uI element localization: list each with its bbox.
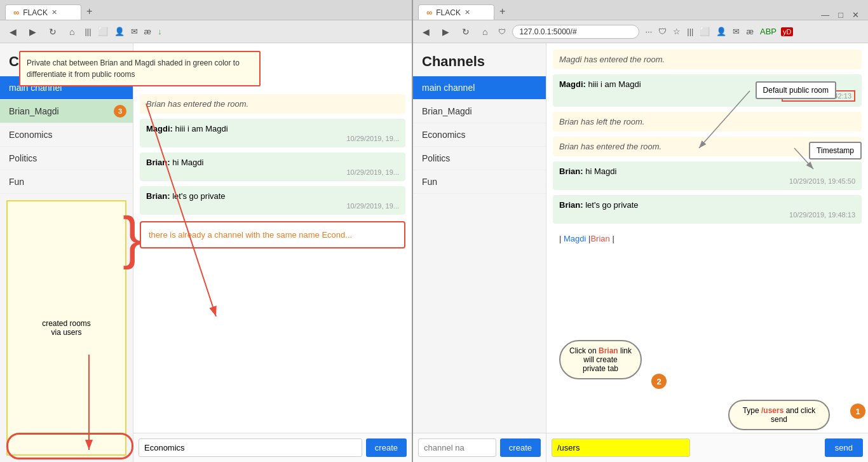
left-msg-4: Brian: let's go private 10/29/2019, 19..… — [140, 186, 405, 215]
right-tab-close[interactable]: ✕ — [465, 8, 470, 17]
right-tab-bar: ∞ FLACK ✕ + — □ ✕ — [413, 0, 868, 20]
left-browser-tab[interactable]: ∞ FLACK ✕ — [5, 4, 81, 20]
mail-icon: ✉ — [129, 27, 140, 36]
annotation-private-chat: Private chat between Brian and Magdi sha… — [19, 51, 261, 86]
r-yd-icon: yD — [781, 27, 793, 36]
right-app-content: Channels main channel Brian_Magdi Econom… — [413, 43, 868, 462]
left-forward-btn[interactable]: ▶ — [25, 25, 41, 39]
left-toolbar: ◀ ▶ ↻ ⌂ ||| ⬜ 👤 ✉ æ ↓ — [0, 20, 412, 43]
right-msg-6: Brian: let's go private 10/29/2019, 19:4… — [553, 195, 862, 224]
window-controls: — □ ✕ — [817, 10, 863, 20]
r-account-icon: 👤 — [714, 27, 728, 36]
win-min[interactable]: — — [817, 10, 833, 20]
left-channel-name-input[interactable] — [139, 438, 362, 457]
right-create-btn[interactable]: create — [500, 438, 541, 457]
ext-icon: æ — [142, 27, 154, 36]
r-addon-icon: ABP — [758, 27, 778, 36]
bookmarks-icon: ||| — [83, 27, 93, 36]
right-tab-title: FLACK — [436, 8, 461, 17]
right-browser: ∞ FLACK ✕ + — □ ✕ ◀ ▶ ↻ ⌂ 🛡 ··· 🛡 ☆ ||| — [413, 0, 868, 462]
win-max[interactable]: □ — [834, 10, 847, 20]
brian-magdi-badge: 3 — [114, 105, 126, 118]
flack-icon-right: ∞ — [426, 8, 432, 17]
left-channel-economics[interactable]: Economics — [0, 123, 133, 147]
r-star-icon: ☆ — [671, 27, 682, 36]
curly-brace: } — [123, 205, 142, 271]
right-chat-input-bar: send — [546, 433, 868, 462]
left-sidebar: Channels main channel Brian_Magdi 3 Econ… — [0, 43, 133, 462]
left-msg-3: Brian: hi Magdi 10/29/2019, 19... — [140, 153, 405, 181]
right-chat-area: Default public room Timestamp Click on B… — [546, 43, 868, 462]
right-home-btn[interactable]: ⌂ — [478, 25, 492, 39]
right-channel-name-input[interactable] — [418, 438, 496, 457]
right-forward-btn[interactable]: ▶ — [438, 25, 454, 39]
left-new-tab-btn[interactable]: + — [81, 3, 97, 20]
r-more-icon: ··· — [643, 27, 654, 36]
right-new-tab-btn[interactable]: + — [494, 3, 510, 20]
r-shield-icon: 🛡 — [656, 27, 668, 36]
left-channel-fun[interactable]: Fun — [0, 170, 133, 194]
right-refresh-btn[interactable]: ↻ — [458, 25, 474, 39]
right-channel-economics[interactable]: Economics — [413, 123, 546, 147]
magdi-link[interactable]: Magdi — [564, 234, 586, 243]
left-app-panel: Private chat between Brian and Magdi sha… — [0, 43, 412, 462]
right-input-bar: create — [413, 433, 546, 462]
r-mail-icon: ✉ — [731, 27, 742, 36]
left-tab-title: FLACK — [23, 8, 48, 17]
left-back-btn[interactable]: ◀ — [5, 25, 21, 39]
send-btn[interactable]: send — [825, 438, 863, 457]
right-back-btn[interactable]: ◀ — [418, 25, 434, 39]
tabs-icon: ⬜ — [96, 27, 110, 36]
left-chat-area: Brian has entered the room. Magdi: hiii … — [133, 43, 412, 462]
right-msg-5: Brian: hi Magdi 10/29/2019, 19:45:50 — [553, 161, 862, 190]
left-browser: ∞ FLACK ✕ + ◀ ▶ ↻ ⌂ ||| ⬜ 👤 ✉ æ ↓ — [0, 0, 413, 462]
left-home-btn[interactable]: ⌂ — [65, 25, 79, 39]
annotation-created-rooms: created rooms via users — [6, 200, 126, 456]
left-toolbar-icons: ||| ⬜ 👤 ✉ æ ↓ — [83, 27, 163, 36]
left-tab-close[interactable]: ✕ — [51, 8, 57, 17]
left-channel-politics[interactable]: Politics — [0, 147, 133, 170]
win-close[interactable]: ✕ — [848, 10, 863, 20]
annotation-brian-link: Click on Brian linkwill createprivate ta… — [559, 340, 642, 379]
account-icon: 👤 — [112, 27, 126, 36]
left-msg-error: there is already a channel with the same… — [140, 221, 405, 248]
right-toolbar: ◀ ▶ ↻ ⌂ 🛡 ··· 🛡 ☆ ||| ⬜ 👤 ✉ æ ABP yD — [413, 20, 868, 43]
flack-icon-left: ∞ — [13, 8, 19, 17]
download-icon: ↓ — [156, 27, 164, 36]
right-browser-tab[interactable]: ∞ FLACK ✕ — [418, 4, 494, 20]
right-url-bar[interactable] — [512, 25, 639, 39]
r-ext-icon: æ — [744, 27, 756, 36]
annotation-users: Type /users and clicksend — [728, 400, 830, 430]
badge-1: 1 — [850, 404, 865, 419]
users-command-input[interactable] — [552, 438, 690, 457]
left-input-bar: create — [133, 433, 412, 462]
right-channel-politics[interactable]: Politics — [413, 147, 546, 170]
left-refresh-btn[interactable]: ↻ — [44, 25, 61, 39]
left-create-btn[interactable]: create — [366, 438, 407, 457]
left-msg-1: Brian has entered the room. — [140, 94, 405, 114]
right-toolbar-icons: ··· 🛡 ☆ ||| ⬜ 👤 ✉ æ ABP yD — [643, 27, 793, 36]
left-messages: Brian has entered the room. Magdi: hiii … — [133, 43, 412, 433]
annotation-default-room: Default public room — [756, 81, 836, 99]
right-channel-main[interactable]: main channel — [413, 76, 546, 100]
right-sidebar: Channels main channel Brian_Magdi Econom… — [413, 43, 546, 462]
annotation-timestamp: Timestamp — [809, 142, 862, 160]
right-channel-fun[interactable]: Fun — [413, 170, 546, 194]
left-channel-brian-magdi[interactable]: Brian_Magdi 3 — [0, 100, 133, 123]
right-channel-brian-magdi[interactable]: Brian_Magdi — [413, 100, 546, 123]
r-bookmarks-icon: ||| — [685, 27, 695, 36]
left-tab-bar: ∞ FLACK ✕ + — [0, 0, 412, 20]
users-line: | Magdi |Brian | — [553, 229, 862, 248]
right-msg-3: Brian has left the room. — [553, 112, 862, 132]
left-msg-2: Magdi: hiii i am Magdi 10/29/2019, 19... — [140, 119, 405, 147]
badge-2: 2 — [651, 374, 667, 389]
r-tabs-icon: ⬜ — [698, 27, 712, 36]
brian-link[interactable]: Brian — [590, 234, 609, 243]
security-icon: 🛡 — [496, 27, 508, 36]
right-msg-1: Magdi has entered the room. — [553, 50, 862, 69]
right-channels-title: Channels — [413, 43, 546, 76]
